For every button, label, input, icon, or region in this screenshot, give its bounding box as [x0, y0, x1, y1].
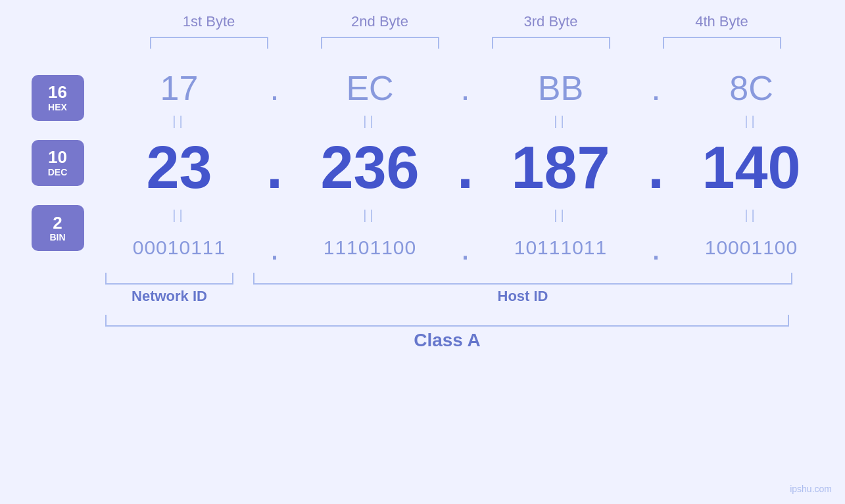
bin-badge: 2 BIN — [32, 205, 84, 251]
hex-badge: 16 HEX — [32, 75, 84, 121]
bracket-byte4 — [663, 37, 781, 49]
hex-dot-3: . — [646, 68, 666, 108]
label-column: 16 HEX 10 DEC 2 BIN — [15, 58, 101, 267]
dec-row: 23 . 236 . 187 . 140 — [101, 134, 831, 202]
bin-dot-3: . — [646, 228, 666, 267]
eq2-4: || — [679, 208, 824, 223]
class-label: Class A — [105, 330, 789, 351]
eq1-4: || — [679, 114, 824, 129]
bin-val-1: 00010111 — [107, 237, 252, 259]
eq1-1: || — [107, 114, 252, 129]
dec-val-4: 140 — [679, 134, 824, 202]
dec-badge: 10 DEC — [32, 140, 84, 186]
eq2-3: || — [489, 208, 633, 223]
hex-row: 17 . EC . BB . 8C — [101, 68, 831, 108]
bin-val-2: 11101100 — [298, 237, 443, 259]
watermark: ipshu.com — [790, 484, 832, 494]
bin-val-3: 10111011 — [489, 237, 633, 259]
eq1-2: || — [298, 114, 443, 129]
byte2-header: 2nd Byte — [308, 13, 452, 30]
class-bracket — [105, 315, 789, 327]
network-id-label: Network ID — [105, 288, 233, 305]
main-container: 1st Byte 2nd Byte 3rd Byte 4th Byte 16 H… — [0, 0, 845, 504]
byte4-header: 4th Byte — [650, 13, 794, 30]
hex-dot-1: . — [265, 68, 285, 108]
byte-headers: 1st Byte 2nd Byte 3rd Byte 4th Byte — [124, 13, 808, 30]
dec-val-1: 23 — [107, 134, 252, 202]
hex-val-1: 17 — [107, 68, 252, 108]
dec-dot-1: . — [265, 134, 285, 202]
equals-row-1: || || || || — [101, 108, 831, 134]
eq2-1: || — [107, 208, 252, 223]
hex-val-2: EC — [298, 68, 443, 108]
bin-dot-2: . — [456, 228, 475, 267]
bracket-byte3 — [492, 37, 610, 49]
eq2-2: || — [298, 208, 443, 223]
eq1-3: || — [489, 114, 633, 129]
host-id-label: Host ID — [253, 288, 792, 305]
bracket-byte1 — [150, 37, 268, 49]
hex-val-4: 8C — [679, 68, 824, 108]
dec-dot-2: . — [456, 134, 475, 202]
bin-dot-1: . — [265, 228, 285, 267]
byte3-header: 3rd Byte — [479, 13, 623, 30]
bin-row: 00010111 . 11101100 . 10111011 . 1000110… — [101, 228, 831, 267]
hex-val-3: BB — [489, 68, 633, 108]
equals-row-2: || || || || — [101, 202, 831, 228]
dec-dot-3: . — [646, 134, 666, 202]
network-id-bracket — [105, 273, 233, 285]
dec-val-2: 236 — [298, 134, 443, 202]
dec-val-3: 187 — [489, 134, 633, 202]
bin-val-4: 10001100 — [679, 237, 824, 259]
host-id-bracket — [253, 273, 792, 285]
top-brackets — [124, 37, 808, 49]
values-area: 17 . EC . BB . 8C || || — [101, 58, 831, 267]
hex-dot-2: . — [456, 68, 475, 108]
byte1-header: 1st Byte — [137, 13, 281, 30]
rows-area: 16 HEX 10 DEC 2 BIN 17 . EC — [15, 58, 831, 267]
bracket-byte2 — [321, 37, 439, 49]
